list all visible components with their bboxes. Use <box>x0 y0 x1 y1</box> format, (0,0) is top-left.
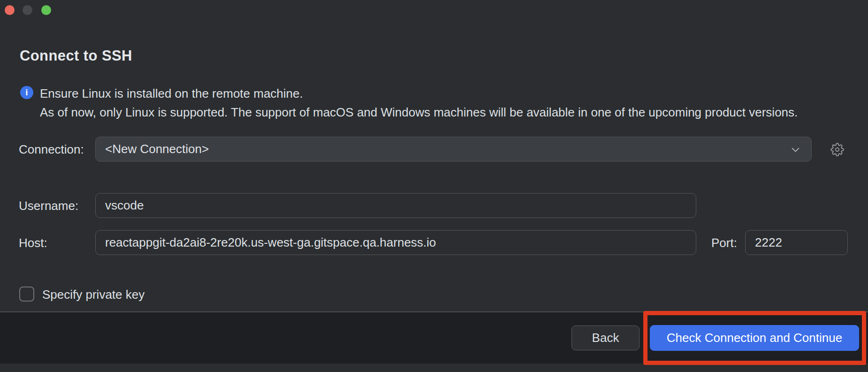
gear-icon[interactable] <box>830 143 844 156</box>
info-icon: i <box>20 86 33 99</box>
username-input[interactable] <box>95 193 696 218</box>
page-title: Connect to SSH <box>20 47 132 64</box>
private-key-label: Specify private key <box>42 287 145 302</box>
connection-selected-value: <New Connection> <box>105 142 209 156</box>
window-minimize-button[interactable] <box>23 5 32 15</box>
window-close-button[interactable] <box>5 5 15 15</box>
check-connection-continue-button[interactable]: Check Connection and Continue <box>650 325 859 351</box>
port-label: Port: <box>711 236 737 250</box>
connection-label: Connection: <box>19 142 84 157</box>
info-banner: Ensure Linux is installed on the remote … <box>40 84 798 122</box>
username-label: Username: <box>19 199 78 213</box>
host-input[interactable] <box>95 230 696 255</box>
private-key-checkbox[interactable] <box>19 287 34 302</box>
back-button[interactable]: Back <box>571 326 640 350</box>
info-line-1: Ensure Linux is installed on the remote … <box>40 84 798 103</box>
info-line-2: As of now, only Linux is supported. The … <box>40 103 798 122</box>
window-zoom-button[interactable] <box>41 5 51 15</box>
chevron-down-icon <box>789 143 802 156</box>
port-input[interactable] <box>745 230 848 255</box>
host-label: Host: <box>19 236 47 250</box>
connection-select[interactable]: <New Connection> <box>95 137 812 162</box>
